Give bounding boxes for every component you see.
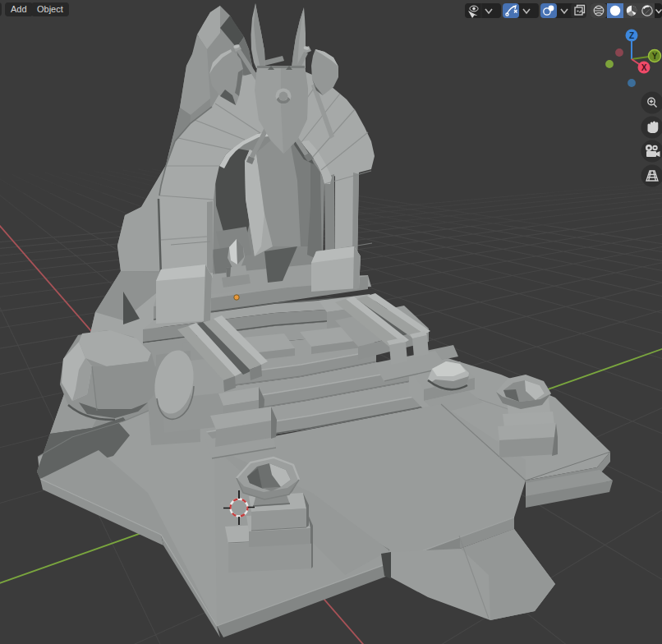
svg-text:Y: Y	[652, 52, 658, 61]
svg-text:X: X	[641, 63, 647, 72]
svg-text:Z: Z	[629, 31, 634, 40]
